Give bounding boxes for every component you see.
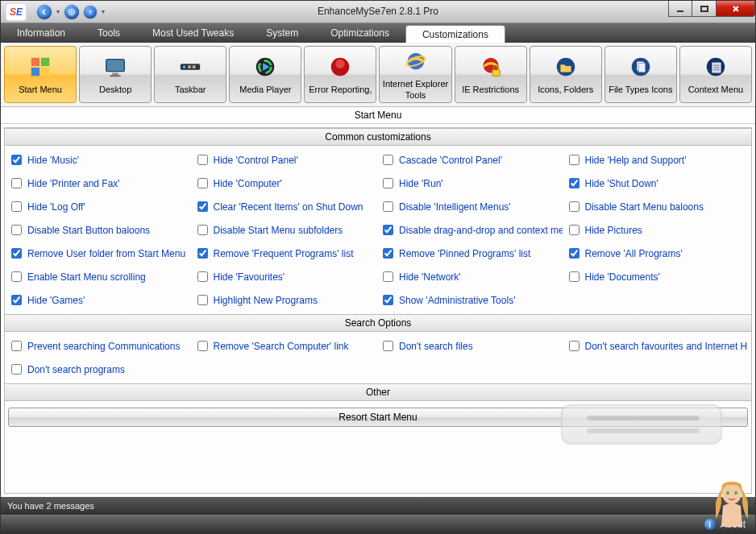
common-checkbox[interactable] [197,271,208,282]
common-checkbox[interactable] [197,178,208,188]
common-option[interactable]: Hide 'Games' [8,292,191,308]
common-checkbox[interactable] [11,201,22,212]
common-checkbox[interactable] [11,155,22,165]
windows-logo-icon [27,54,53,80]
common-checkbox[interactable] [383,225,393,235]
common-option[interactable]: Hide 'Network' [380,269,563,284]
common-option[interactable]: Hide 'Printer and Fax' [8,176,191,191]
svg-rect-7 [41,58,49,66]
common-option[interactable]: Show 'Administrative Tools' [380,292,563,308]
toolbar-button-start-menu[interactable]: Start Menu [4,46,77,103]
help-button[interactable]: ? [84,6,97,19]
common-option[interactable]: Hide 'Control Panel' [194,152,377,168]
common-checkbox[interactable] [569,155,579,165]
common-option[interactable]: Hide 'Favourites' [194,269,377,284]
common-option[interactable]: Remove 'Frequent Programs' list [194,246,377,261]
common-option[interactable]: Hide 'Shut Down' [566,176,749,191]
toolbar-button-error-reporting[interactable]: Error Reporting, [304,46,376,103]
search-checkbox[interactable] [11,341,22,351]
common-option[interactable]: Cascade 'Control Panel' [380,152,563,168]
home-button[interactable] [64,5,79,19]
common-option[interactable]: Highlight New Programs [194,292,377,308]
menu-tab-customizations[interactable]: Customizations [405,25,505,43]
common-checkbox[interactable] [383,155,393,165]
common-checkbox[interactable] [197,225,208,235]
common-option[interactable]: Disable Start Menu subfolders [194,222,377,238]
common-checkbox[interactable] [197,248,208,259]
common-option[interactable]: Remove 'Pinned Programs' list [380,246,563,261]
toolbar-button-media-player[interactable]: Media Player [229,46,301,103]
menu-tab-optimizations[interactable]: Optimizations [314,23,405,43]
common-checkbox[interactable] [383,295,393,305]
common-option[interactable]: Disable Start Button baloons [8,222,191,238]
close-button[interactable] [717,1,755,17]
toolbar-button-label: IE Restrictions [462,85,519,95]
search-option[interactable]: Don't search programs [8,362,191,377]
common-checkbox[interactable] [383,178,393,188]
common-option[interactable]: Hide 'Documents' [566,269,749,284]
toolbar-button-desktop[interactable]: Desktop [79,46,152,103]
minimize-button[interactable] [668,1,692,17]
search-option[interactable]: Remove 'Search Computer' link [194,338,377,354]
common-checkbox[interactable] [11,271,22,282]
common-option-label: Hide 'Network' [399,271,461,283]
common-option[interactable]: Hide 'Run' [380,176,563,191]
svg-rect-15 [188,65,191,68]
common-option-label: Disable 'Intelligent Menus' [399,201,511,213]
common-option[interactable]: Hide 'Music' [8,152,191,168]
common-options-grid: Hide 'Music'Hide 'Control Panel'Cascade … [5,146,751,314]
toolbar: Start MenuDesktopTaskbarMedia PlayerErro… [1,43,755,107]
common-checkbox[interactable] [11,225,22,235]
common-checkbox[interactable] [569,248,579,259]
common-checkbox[interactable] [11,248,22,259]
common-checkbox[interactable] [569,271,579,282]
common-checkbox[interactable] [383,201,393,212]
search-option[interactable]: Prevent searching Communications [8,338,191,354]
about-link[interactable]: i About [704,519,746,530]
common-option[interactable]: Remove 'All Programs' [566,246,749,261]
menu-tab-most-used-tweaks[interactable]: Most Used Tweaks [136,23,250,43]
common-option[interactable]: Hide 'Computer' [194,176,377,191]
common-option[interactable]: Disable drag-and-drop and context menu [380,222,563,238]
nav-back-menu[interactable]: ▾ [54,8,62,15]
help-menu[interactable]: ▾ [99,8,107,15]
common-checkbox[interactable] [569,225,579,235]
common-checkbox[interactable] [197,155,208,165]
common-checkbox[interactable] [383,271,393,282]
common-option[interactable]: Hide 'Help and Support' [566,152,749,168]
toolbar-button-internet-explorer-tools[interactable]: Internet Explorer Tools [379,46,451,103]
common-option[interactable]: Hide Pictures [566,222,749,238]
maximize-button[interactable] [692,1,717,17]
toolbar-button-file-types-icons[interactable]: File Types Icons [604,46,677,103]
common-option[interactable]: Clear 'Recent Items' on Shut Down [194,199,377,214]
search-checkbox[interactable] [383,341,393,351]
search-option[interactable]: Don't search favourites and Internet His… [566,338,749,354]
common-checkbox[interactable] [197,295,208,305]
toolbar-button-context-menu[interactable]: Context Menu [679,46,752,103]
decorative-panel [561,404,722,445]
toolbar-button-taskbar[interactable]: Taskbar [154,46,226,103]
toolbar-button-label: Taskbar [175,85,206,95]
search-checkbox[interactable] [569,341,579,351]
common-option[interactable]: Enable Start Menu scrolling [8,269,191,284]
common-checkbox[interactable] [197,201,208,212]
menu-tab-information[interactable]: Information [1,23,81,43]
search-checkbox[interactable] [197,341,208,351]
common-checkbox[interactable] [569,201,579,212]
common-checkbox[interactable] [383,248,393,259]
common-checkbox[interactable] [11,178,22,188]
toolbar-button-ie-restrictions[interactable]: IE Restrictions [455,46,527,103]
common-option[interactable]: Remove User folder from Start Menu [8,246,191,261]
nav-back-button[interactable] [37,5,52,19]
search-checkbox[interactable] [11,364,22,375]
common-option[interactable]: Hide 'Log Off' [8,199,191,214]
common-option[interactable]: Disable 'Intelligent Menus' [380,199,563,214]
common-checkbox[interactable] [11,295,22,305]
menu-tab-tools[interactable]: Tools [81,23,136,43]
common-option[interactable]: Disable Start Menu baloons [566,199,749,214]
toolbar-button-icons-folders[interactable]: Icons, Folders [530,46,602,103]
menu-tab-system[interactable]: System [250,23,314,43]
search-option[interactable]: Don't search files [380,338,563,354]
common-option-label: Hide 'Computer' [214,178,282,189]
common-checkbox[interactable] [569,178,579,188]
